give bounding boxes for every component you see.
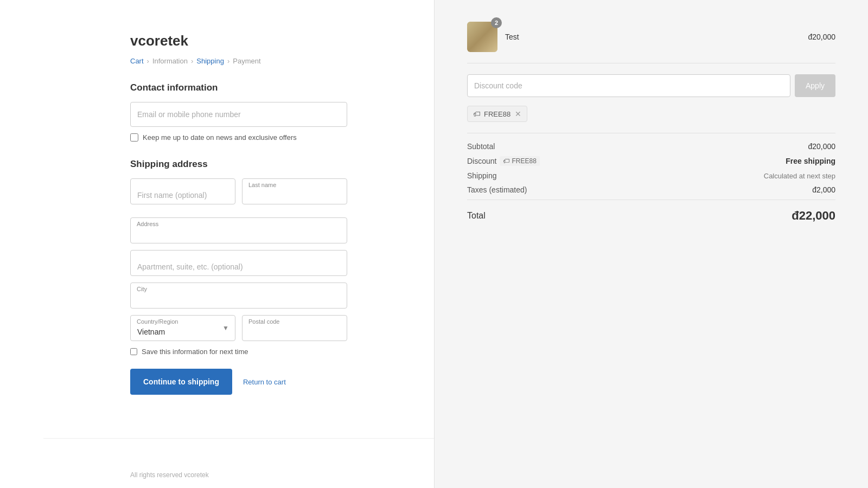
discount-line: Discount 🏷 FREE88 Free shipping: [467, 156, 835, 166]
coupon-code-label: FREE88: [484, 110, 510, 118]
address-label: Address: [137, 221, 158, 227]
footer: All rights reserved vcoretek: [43, 438, 477, 479]
city-input[interactable]: HCMC: [130, 282, 347, 309]
total-label: Total: [467, 211, 486, 221]
name-row: Last name Truong: [130, 178, 347, 211]
postal-label: Postal code: [248, 318, 279, 325]
email-input[interactable]: [130, 102, 347, 127]
city-label: City: [137, 286, 147, 292]
newsletter-checkbox[interactable]: [130, 133, 138, 142]
first-name-input[interactable]: [130, 178, 235, 204]
total-line: Total đ22,000: [467, 200, 835, 223]
apt-group: [130, 250, 347, 276]
discount-code-value: FREE88: [512, 157, 536, 165]
discount-code-badge: 🏷 FREE88: [500, 156, 539, 166]
country-postal-row: Country/Region Vietnam ▼ Postal code 700…: [130, 315, 347, 341]
total-value: đ22,000: [792, 209, 835, 223]
return-to-cart-link[interactable]: Return to cart: [243, 378, 286, 386]
breadcrumb: Cart › Information › Shipping › Payment: [130, 57, 347, 65]
newsletter-label: Keep me up to date on news and exclusive…: [143, 133, 297, 142]
country-label: Country/Region: [137, 318, 178, 325]
breadcrumb-sep-2: ›: [191, 57, 193, 65]
discount-code-input[interactable]: [467, 74, 790, 97]
subtotal-label: Subtotal: [467, 142, 495, 151]
save-info-checkbox[interactable]: [130, 348, 137, 355]
breadcrumb-sep-1: ›: [147, 57, 149, 65]
postal-group: Postal code 700000: [242, 315, 347, 341]
city-group: City HCMC: [130, 282, 347, 309]
address-input[interactable]: 107: [130, 217, 347, 243]
apply-discount-button[interactable]: Apply: [795, 74, 835, 97]
breadcrumb-payment: Payment: [233, 57, 260, 65]
product-info: 2 Test: [467, 22, 519, 52]
contact-section-title: Contact information: [130, 82, 347, 93]
tag-icon: 🏷: [473, 110, 481, 118]
taxes-line: Taxes (estimated) đ2,000: [467, 185, 835, 194]
newsletter-row: Keep me up to date on news and exclusive…: [130, 133, 347, 142]
product-quantity-badge: 2: [491, 17, 502, 28]
breadcrumb-information: Information: [152, 57, 188, 65]
brand-title: vcoretek: [130, 33, 347, 49]
discount-code-row: Apply: [467, 74, 835, 97]
last-name-label: Last name: [248, 182, 276, 188]
last-name-group: Last name Truong: [242, 178, 347, 204]
product-image-wrap: 2: [467, 22, 497, 52]
shipping-section-title: Shipping address: [130, 159, 347, 170]
save-info-label: Save this information for next time: [142, 348, 248, 356]
apt-input[interactable]: [130, 250, 347, 276]
discount-value: Free shipping: [786, 157, 835, 165]
product-row: 2 Test đ20,000: [467, 22, 835, 63]
shipping-label: Shipping: [467, 171, 497, 180]
first-name-group: [130, 178, 235, 204]
shipping-line: Shipping Calculated at next step: [467, 171, 835, 180]
taxes-value: đ2,000: [812, 185, 835, 194]
order-summary: Subtotal đ20,000 Discount 🏷 FREE88 Free …: [467, 133, 835, 223]
country-select-wrapper: Country/Region Vietnam ▼: [130, 315, 235, 341]
breadcrumb-cart[interactable]: Cart: [130, 57, 144, 65]
coupon-tag-row: 🏷 FREE88 ✕: [467, 106, 835, 133]
discount-label: Discount 🏷 FREE88: [467, 156, 540, 166]
discount-tag-icon: 🏷: [503, 157, 509, 165]
product-name: Test: [505, 33, 519, 41]
coupon-tag: 🏷 FREE88 ✕: [467, 106, 527, 122]
shipping-value: Calculated at next step: [764, 172, 835, 180]
product-price: đ20,000: [808, 33, 835, 41]
form-actions: Continue to shipping Return to cart: [130, 369, 347, 395]
continue-to-shipping-button[interactable]: Continue to shipping: [130, 369, 232, 395]
taxes-label: Taxes (estimated): [467, 185, 527, 194]
subtotal-line: Subtotal đ20,000: [467, 142, 835, 151]
save-info-row: Save this information for next time: [130, 348, 347, 356]
subtotal-value: đ20,000: [808, 142, 835, 151]
left-panel: vcoretek Cart › Information › Shipping ›…: [0, 0, 434, 488]
right-panel: 2 Test đ20,000 Apply 🏷 FREE88 ✕ Subtotal…: [434, 0, 868, 488]
breadcrumb-shipping: Shipping: [196, 57, 224, 65]
address-group: Address 107: [130, 217, 347, 243]
shipping-section: Shipping address Last name Truong Addres…: [130, 159, 347, 356]
breadcrumb-sep-3: ›: [227, 57, 229, 65]
remove-coupon-button[interactable]: ✕: [515, 110, 521, 118]
